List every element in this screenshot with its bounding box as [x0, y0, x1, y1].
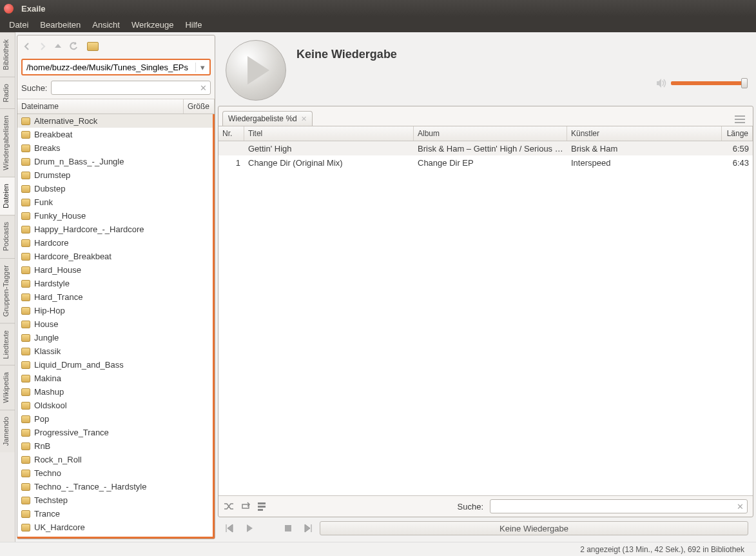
playlist-menu-icon[interactable] — [731, 113, 749, 126]
big-play-button[interactable] — [226, 40, 286, 101]
folder-row[interactable]: House — [17, 317, 213, 331]
svg-rect-3 — [258, 502, 266, 504]
folder-row[interactable]: UK_Hardcore — [17, 521, 213, 534]
track-progress-bar[interactable]: Keine Wiedergabe — [320, 521, 748, 535]
folder-row[interactable]: Klassik — [17, 344, 213, 358]
svg-rect-4 — [258, 506, 266, 508]
folder-row[interactable]: Hardcore — [17, 236, 213, 250]
folder-row[interactable]: UK_Makina — [17, 534, 213, 539]
menu-edit[interactable]: Bearbeiten — [35, 18, 86, 32]
folder-name: Dubstep — [34, 184, 209, 194]
folder-row[interactable]: Drum_n_Bass_-_Jungle — [17, 155, 213, 168]
folder-name: Liquid_Drum_and_Bass — [34, 360, 209, 370]
window-close-button[interactable] — [4, 4, 14, 14]
nav-back-icon[interactable] — [21, 41, 33, 52]
playlist-row[interactable]: Gettin' HighBrisk & Ham – Gettin' High /… — [218, 141, 753, 155]
playlist-body[interactable]: Gettin' HighBrisk & Ham – Gettin' High /… — [218, 141, 753, 495]
nav-refresh-icon[interactable] — [68, 41, 79, 52]
playlist-cell: Change Dir (Original Mix) — [244, 158, 414, 168]
folder-row[interactable]: Hardstyle — [17, 277, 213, 290]
col-header-album[interactable]: Album — [414, 126, 567, 141]
file-list[interactable]: Alternative_RockBreakbeatBreaksDrum_n_Ba… — [17, 114, 215, 539]
col-header-title[interactable]: Titel — [244, 126, 414, 141]
folder-row[interactable]: Makina — [17, 372, 213, 385]
shuffle-icon[interactable] — [224, 502, 234, 511]
col-header-size[interactable]: Größe — [184, 99, 215, 114]
path-combo[interactable]: ▾ — [21, 59, 211, 75]
col-header-artist[interactable]: Künstler — [567, 126, 722, 141]
nav-up-icon[interactable] — [52, 41, 64, 52]
folder-row[interactable]: Trance — [17, 507, 213, 521]
path-input[interactable] — [23, 63, 195, 72]
folder-row[interactable]: Progressive_Trance — [17, 426, 213, 439]
side-tab-wikipedia[interactable]: Wikipedia — [0, 365, 15, 410]
folder-row[interactable]: Dubstep — [17, 182, 213, 195]
menu-view[interactable]: Ansicht — [87, 18, 125, 32]
player-header: Keine Wiedergabe — [218, 35, 753, 106]
folder-row[interactable]: Happy_Hardcore_-_Hardcore — [17, 223, 213, 236]
playlist-search-input[interactable] — [490, 502, 733, 511]
prev-track-button[interactable] — [223, 521, 237, 535]
folder-row[interactable]: Pop — [17, 412, 213, 426]
folder-row[interactable]: Jungle — [17, 331, 213, 344]
close-tab-icon[interactable]: ✕ — [301, 115, 307, 123]
repeat-icon[interactable] — [240, 502, 251, 511]
nav-forward-icon[interactable] — [37, 41, 48, 52]
folder-row[interactable]: Breaks — [17, 141, 213, 155]
file-search-field[interactable]: ✕ — [51, 81, 211, 95]
clear-search-icon[interactable]: ✕ — [197, 83, 210, 93]
col-header-length[interactable]: Länge — [722, 126, 753, 141]
folder-row[interactable]: Funky_House — [17, 209, 213, 223]
side-tab-files[interactable]: Dateien — [0, 177, 15, 215]
col-header-name[interactable]: Dateiname — [17, 99, 184, 114]
side-tab-playlists[interactable]: Wiedergabelisten — [0, 108, 15, 177]
record-button[interactable] — [262, 521, 276, 535]
folder-icon — [21, 185, 30, 193]
consume-icon[interactable] — [257, 502, 266, 511]
side-tab-radio[interactable]: Radio — [0, 77, 15, 109]
file-search-input[interactable] — [52, 83, 197, 93]
folder-icon — [21, 375, 30, 382]
play-button[interactable] — [242, 521, 257, 535]
menu-help[interactable]: Hilfe — [180, 18, 207, 32]
stop-button[interactable] — [281, 521, 295, 535]
folder-row[interactable]: Breakbeat — [17, 128, 213, 141]
volume-icon[interactable] — [655, 77, 667, 89]
folder-row[interactable]: Techstep — [17, 493, 213, 507]
col-header-nr[interactable]: Nr. — [218, 126, 244, 141]
folder-icon — [21, 199, 30, 206]
folder-row[interactable]: Alternative_Rock — [17, 114, 213, 128]
folder-row[interactable]: Hard_House — [17, 263, 213, 277]
volume-slider[interactable] — [671, 81, 746, 85]
next-track-button[interactable] — [300, 521, 315, 535]
playlist-row[interactable]: 1Change Dir (Original Mix)Change Dir EPI… — [218, 155, 753, 170]
side-tab-group-tagger[interactable]: Gruppen-Tagger — [0, 258, 15, 323]
volume-thumb[interactable] — [741, 78, 748, 88]
folder-row[interactable]: Drumstep — [17, 168, 213, 182]
folder-row[interactable]: Techno_-_Trance_-_Hardstyle — [17, 480, 213, 493]
playlist-search-field[interactable]: ✕ — [490, 499, 748, 513]
menu-file[interactable]: Datei — [4, 18, 34, 32]
folder-row[interactable]: RnB — [17, 439, 213, 453]
folder-row[interactable]: Hardcore_Breakbeat — [17, 250, 213, 263]
folder-row[interactable]: Funk — [17, 195, 213, 209]
side-tab-library[interactable]: Bibliothek — [0, 32, 15, 77]
folder-row[interactable]: Mashup — [17, 385, 213, 399]
folder-row[interactable]: Hip-Hop — [17, 304, 213, 317]
side-tab-jamendo[interactable]: Jamendo — [0, 410, 15, 452]
playlist-clear-search-icon[interactable]: ✕ — [733, 502, 747, 511]
playlist-tab[interactable]: Wiedergabeliste %d ✕ — [222, 111, 313, 126]
folder-row[interactable]: Hard_Trance — [17, 290, 213, 304]
playlist-cell: Interspeed — [567, 158, 722, 168]
folder-row[interactable]: Rock_n_Roll — [17, 453, 213, 466]
path-dropdown-icon[interactable]: ▾ — [195, 63, 209, 72]
side-tab-podcasts[interactable]: Podcasts — [0, 215, 15, 257]
folder-row[interactable]: Liquid_Drum_and_Bass — [17, 358, 213, 372]
folder-row[interactable]: Techno — [17, 466, 213, 480]
side-tabs: Bibliothek Radio Wiedergabelisten Dateie… — [0, 32, 15, 542]
nav-home-icon[interactable] — [87, 41, 99, 52]
folder-name: Drum_n_Bass_-_Jungle — [34, 157, 209, 166]
folder-row[interactable]: Oldskool — [17, 399, 213, 412]
menu-tools[interactable]: Werkzeuge — [126, 18, 179, 32]
side-tab-lyrics[interactable]: Liedtexte — [0, 323, 15, 366]
